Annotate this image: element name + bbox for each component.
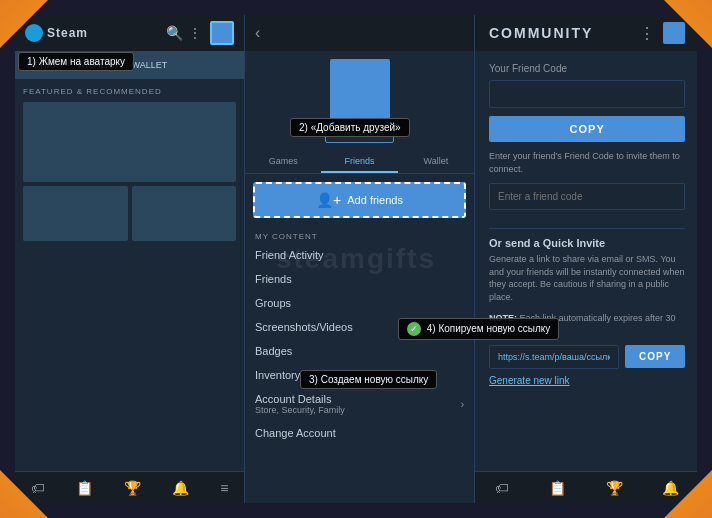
steam-logo: Steam <box>25 24 88 42</box>
friend-tabs: Games Friends Wallet <box>245 151 474 174</box>
quick-invite-title: Or send a Quick Invite <box>489 237 685 249</box>
featured-section: FEATURED & RECOMMENDED <box>15 79 244 471</box>
link-input[interactable] <box>489 345 619 369</box>
search-icon[interactable]: 🔍 <box>166 25 182 41</box>
nav-wallet[interactable]: WALLET <box>128 58 172 72</box>
featured-item-main[interactable] <box>23 102 236 182</box>
menu-item-groups[interactable]: Groups <box>245 291 474 315</box>
back-arrow-icon[interactable]: ‹ <box>255 24 260 42</box>
my-content-label: MY CONTENT <box>245 226 474 243</box>
featured-label: FEATURED & RECOMMENDED <box>23 87 236 96</box>
link-row: COPY <box>489 345 685 369</box>
friend-code-input[interactable] <box>489 80 685 108</box>
annotation-step3: 3) Создаем новую ссылку <box>300 370 437 389</box>
right-nav-bell-icon[interactable]: 🔔 <box>662 480 679 496</box>
right-header: COMMUNITY ⋮ <box>475 15 697 51</box>
steam-header: Steam 🔍 ⋮ <box>15 15 244 51</box>
steam-icon <box>25 24 43 42</box>
middle-header: ‹ <box>245 15 474 51</box>
middle-panel: ‹ View Profile Games Friends Wallet 👤+ A… <box>245 15 475 503</box>
annotation-step2: 2) «Добавить друзей» <box>290 118 410 137</box>
community-title: COMMUNITY <box>489 25 631 41</box>
right-bottom-nav: 🏷 📋 🏆 🔔 <box>475 471 697 503</box>
left-panel: Steam 🔍 ⋮ МЕНЮ ▼ WISHLIST WALLET FEATURE… <box>15 15 245 503</box>
avatar[interactable] <box>210 21 234 45</box>
arrow-icon: › <box>461 399 464 410</box>
header-icons: 🔍 ⋮ <box>166 21 234 45</box>
menu-item-badges[interactable]: Badges <box>245 339 474 363</box>
featured-item-2[interactable] <box>132 186 237 241</box>
tab-games[interactable]: Games <box>245 151 321 173</box>
right-nav-trophy-icon[interactable]: 🏆 <box>606 480 623 496</box>
menu-item-change-account[interactable]: Change Account <box>245 421 474 445</box>
add-person-icon: 👤+ <box>316 192 341 208</box>
featured-item-1[interactable] <box>23 186 128 241</box>
nav-list-icon[interactable]: 📋 <box>76 480 93 496</box>
community-more-icon[interactable]: ⋮ <box>639 24 655 43</box>
annotation-step4: ✓ 4) Копируем новую ссылку <box>398 318 559 340</box>
right-nav-tag-icon[interactable]: 🏷 <box>495 480 509 496</box>
more-icon[interactable]: ⋮ <box>188 25 204 41</box>
featured-grid <box>23 186 236 241</box>
nav-tag-icon[interactable]: 🏷 <box>31 480 45 496</box>
enter-code-input[interactable] <box>489 183 685 210</box>
helper-text: Enter your friend's Friend Code to invit… <box>489 150 685 175</box>
annotation-step1: 1) Жмем на аватарку <box>18 52 134 71</box>
right-content: Your Friend Code COPY Enter your friend'… <box>475 51 697 471</box>
right-nav-list-icon[interactable]: 📋 <box>549 480 566 496</box>
nav-menu-icon[interactable]: ≡ <box>220 480 228 496</box>
divider <box>489 228 685 229</box>
main-container: Steam 🔍 ⋮ МЕНЮ ▼ WISHLIST WALLET FEATURE… <box>15 15 697 503</box>
community-avatar[interactable] <box>663 22 685 44</box>
generate-new-link-button[interactable]: Generate new link <box>489 375 685 386</box>
tab-friends[interactable]: Friends <box>321 151 397 173</box>
check-icon: ✓ <box>407 322 421 336</box>
add-friends-button[interactable]: 👤+ Add friends <box>253 182 466 218</box>
menu-item-friend-activity[interactable]: Friend Activity <box>245 243 474 267</box>
copy-button[interactable]: COPY <box>489 116 685 142</box>
menu-item-account[interactable]: Account Details Store, Security, Family … <box>245 387 474 421</box>
nav-bell-icon[interactable]: 🔔 <box>172 480 189 496</box>
profile-avatar[interactable] <box>330 59 390 119</box>
steam-title: Steam <box>47 26 88 40</box>
copy-link-button[interactable]: COPY <box>625 345 685 368</box>
quick-invite-desc: Generate a link to share via email or SM… <box>489 253 685 303</box>
friend-code-label: Your Friend Code <box>489 63 685 74</box>
tab-wallet[interactable]: Wallet <box>398 151 474 173</box>
menu-item-friends[interactable]: Friends <box>245 267 474 291</box>
nav-trophy-icon[interactable]: 🏆 <box>124 480 141 496</box>
right-panel: COMMUNITY ⋮ Your Friend Code COPY Enter … <box>475 15 697 503</box>
left-bottom-nav: 🏷 📋 🏆 🔔 ≡ <box>15 471 244 503</box>
